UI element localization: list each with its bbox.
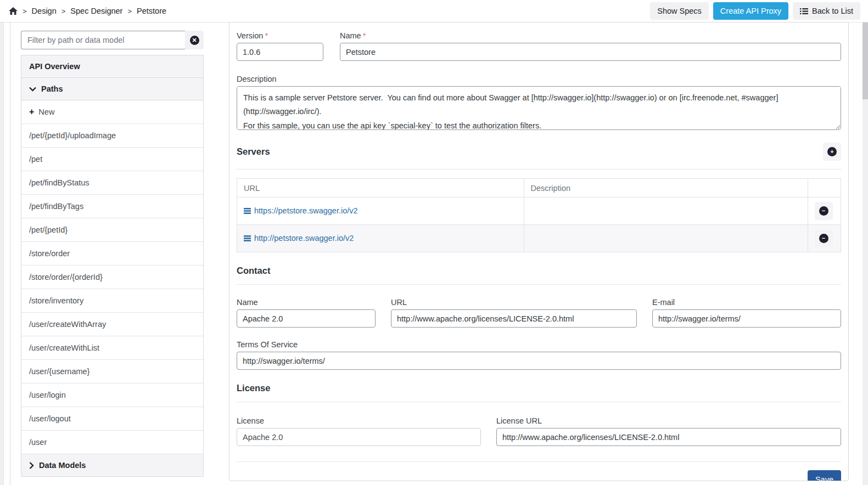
chevron-down-icon xyxy=(29,87,36,92)
path-item[interactable]: /user xyxy=(21,431,203,454)
breadcrumb-spec-designer[interactable]: Spec Designer xyxy=(70,7,122,15)
terms-of-service-label: Terms Of Service xyxy=(237,340,841,349)
add-server-button[interactable]: + xyxy=(823,143,841,161)
name-field[interactable] xyxy=(340,43,841,61)
terms-of-service-field[interactable] xyxy=(237,352,841,370)
contact-heading: Contact xyxy=(237,266,270,276)
path-item[interactable]: /pet/{petId} xyxy=(21,218,203,242)
breadcrumb-separator: > xyxy=(23,7,27,15)
path-item[interactable]: /store/order/{orderId} xyxy=(21,266,203,289)
path-item[interactable]: /user/logout xyxy=(21,407,203,431)
license-url-label: License URL xyxy=(496,416,841,425)
required-marker: * xyxy=(265,31,268,40)
remove-server-button[interactable]: − xyxy=(815,229,833,247)
paths-label: Paths xyxy=(41,84,63,93)
server-description-cell xyxy=(524,225,808,252)
back-to-list-label: Back to List xyxy=(812,7,853,15)
spec-accordion: API Overview Paths + New /pet/{petId}/up… xyxy=(21,55,204,477)
path-item[interactable]: /user/createWithArray xyxy=(21,313,203,336)
new-path-label: New xyxy=(38,108,54,116)
contact-url-field[interactable] xyxy=(391,309,637,328)
page-scrollbar[interactable] xyxy=(863,22,868,485)
version-label: Version* xyxy=(237,31,323,40)
breadcrumb-separator: > xyxy=(127,7,132,15)
table-row: https://petstore.swagger.io/v2 − xyxy=(237,198,841,225)
plus-circle-icon: + xyxy=(827,147,837,156)
server-icon xyxy=(244,235,251,241)
filter-group: ✕ xyxy=(21,31,204,49)
footer-divider xyxy=(237,461,841,462)
top-bar: > Design > Spec Designer > Petstore Show… xyxy=(0,0,868,22)
contact-email-label: E-mail xyxy=(652,298,841,307)
path-item[interactable]: /pet/findByStatus xyxy=(21,171,203,195)
server-description-cell xyxy=(524,198,808,225)
server-url-link[interactable]: http://petstore.swagger.io/v2 xyxy=(244,234,354,243)
show-specs-button[interactable]: Show Specs xyxy=(650,2,709,20)
contact-url-label: URL xyxy=(391,298,637,307)
contact-name-label: Name xyxy=(237,298,376,307)
license-divider xyxy=(237,402,841,402)
minus-circle-icon: − xyxy=(819,234,828,243)
minus-circle-icon: − xyxy=(819,206,828,216)
server-icon xyxy=(244,208,251,214)
servers-divider xyxy=(237,169,841,170)
new-path-button[interactable]: + New xyxy=(21,100,203,124)
description-label: Description xyxy=(237,75,841,83)
spec-sidebar: ✕ API Overview Paths + New /pet/{petId}/… xyxy=(21,31,204,477)
contact-email-field[interactable] xyxy=(652,309,841,328)
required-marker: * xyxy=(363,31,366,40)
path-item[interactable]: /user/login xyxy=(21,384,203,407)
panel-divider xyxy=(10,22,10,485)
servers-col-url: URL xyxy=(237,179,524,198)
api-overview-label: API Overview xyxy=(29,62,80,71)
servers-col-actions xyxy=(808,179,841,198)
path-item[interactable]: /pet xyxy=(21,148,203,171)
license-url-field[interactable] xyxy=(496,428,841,446)
name-label: Name* xyxy=(340,31,841,40)
sidebar-section-paths[interactable]: Paths xyxy=(21,78,203,100)
breadcrumb-current-petstore: Petstore xyxy=(137,7,166,15)
path-item[interactable]: /pet/findByTags xyxy=(21,195,203,218)
license-label: License xyxy=(237,416,481,425)
servers-col-description: Description xyxy=(524,179,808,198)
sidebar-section-data-models[interactable]: Data Models xyxy=(21,454,203,477)
path-item[interactable]: /store/order xyxy=(21,242,203,266)
table-row: http://petstore.swagger.io/v2 − xyxy=(237,225,841,252)
filter-input[interactable] xyxy=(21,31,185,49)
contact-divider xyxy=(237,284,841,285)
path-item[interactable]: /pet/{petId}/uploadImage xyxy=(21,124,203,148)
data-models-label: Data Models xyxy=(39,461,86,470)
servers-heading: Servers xyxy=(237,146,270,157)
server-url-text: http://petstore.swagger.io/v2 xyxy=(254,234,354,243)
chevron-right-icon xyxy=(29,462,34,469)
remove-server-button[interactable]: − xyxy=(815,202,833,220)
left-gutter xyxy=(0,22,4,485)
home-icon[interactable] xyxy=(9,7,18,15)
clear-icon: ✕ xyxy=(190,36,199,45)
path-item[interactable]: /store/inventory xyxy=(21,289,203,313)
clear-filter-button[interactable]: ✕ xyxy=(185,31,204,49)
server-url-text: https://petstore.swagger.io/v2 xyxy=(254,206,358,215)
contact-name-field[interactable] xyxy=(237,309,376,328)
topbar-actions: Show Specs Create API Proxy Back to List xyxy=(650,2,860,20)
breadcrumb-separator: > xyxy=(61,7,66,15)
save-button[interactable]: Save xyxy=(808,470,841,481)
create-api-proxy-button[interactable]: Create API Proxy xyxy=(713,2,788,20)
api-overview-panel: Version* Name* Description Servers + URL… xyxy=(229,22,849,481)
back-to-list-button[interactable]: Back to List xyxy=(793,2,860,20)
plus-icon: + xyxy=(29,108,34,116)
description-field[interactable] xyxy=(237,86,841,130)
version-field[interactable] xyxy=(237,43,323,61)
path-item[interactable]: /user/createWithList xyxy=(21,336,203,360)
breadcrumb-design[interactable]: Design xyxy=(32,7,57,15)
servers-table: URL Description https://petstore.swagger… xyxy=(237,178,841,252)
license-field[interactable] xyxy=(237,428,481,446)
license-heading: License xyxy=(237,383,270,393)
path-item[interactable]: /user/{username} xyxy=(21,360,203,384)
list-icon xyxy=(800,8,808,15)
server-url-link[interactable]: https://petstore.swagger.io/v2 xyxy=(244,206,358,215)
breadcrumb: > Design > Spec Designer > Petstore xyxy=(9,7,166,15)
sidebar-item-api-overview[interactable]: API Overview xyxy=(21,55,203,78)
scrollbar-thumb[interactable] xyxy=(863,22,868,99)
